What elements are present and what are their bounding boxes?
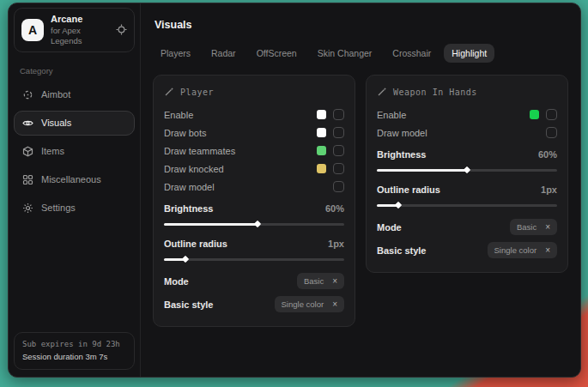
checkbox[interactable] <box>546 109 557 120</box>
tag-text: Basic <box>517 222 536 232</box>
cube-icon <box>22 146 33 157</box>
panel-title: Weapon In Hands <box>393 88 477 97</box>
row-label: Brightness <box>164 203 213 214</box>
close-icon[interactable]: × <box>545 246 550 255</box>
slider-thumb[interactable] <box>395 202 402 209</box>
row-label: Basic style <box>377 245 426 256</box>
sidebar-item-label: Miscellaneous <box>41 174 101 184</box>
checkbox[interactable] <box>546 127 557 138</box>
checkbox[interactable] <box>333 181 344 192</box>
slider-value: 60% <box>325 203 344 214</box>
color-swatch[interactable] <box>317 128 326 137</box>
category-label: Category <box>20 66 129 76</box>
tag-row-mode: Mode Basic × <box>377 215 557 239</box>
app-window: A Arcane for Apex Legends Category <box>8 3 581 378</box>
slider-thumb[interactable] <box>464 166 470 173</box>
color-swatch[interactable] <box>317 110 326 119</box>
color-swatch[interactable] <box>317 164 326 173</box>
tab-players[interactable]: Players <box>153 44 198 63</box>
row-label: Draw model <box>377 128 427 138</box>
subscription-info-card: Sub expires in 9d 23h Session duration 3… <box>14 332 135 370</box>
toggle-row-enable: Enable <box>377 106 557 124</box>
basic-style-tag[interactable]: Single color × <box>275 296 344 312</box>
eye-icon <box>22 118 33 129</box>
tag-row-basic-style: Basic style Single color × <box>164 293 344 316</box>
row-label: Enable <box>377 110 406 120</box>
toggle-row-draw-teammates: Draw teammates <box>164 142 344 160</box>
slider-value: 1px <box>541 184 557 195</box>
panel-header: Player <box>164 87 344 97</box>
checkbox[interactable] <box>333 127 344 138</box>
sidebar-spacer <box>14 222 135 333</box>
session-duration-text: Session duration 3m 7s <box>22 351 126 363</box>
target-icon[interactable] <box>116 24 127 35</box>
close-icon[interactable]: × <box>545 223 550 232</box>
wand-icon <box>377 87 387 97</box>
outline-radius-slider[interactable] <box>164 254 344 264</box>
crosshair-icon <box>22 89 33 100</box>
sidebar-item-items[interactable]: Items <box>14 139 135 164</box>
slider-fill <box>164 223 258 226</box>
slider-value: 60% <box>538 149 557 160</box>
sidebar-item-settings[interactable]: Settings <box>14 196 135 221</box>
slider-row-brightness: Brightness 60% <box>164 199 344 217</box>
tag-row-mode: Mode Basic × <box>164 269 344 293</box>
slider-row-outline-radius: Outline radius 1px <box>164 234 344 252</box>
main-content: Visuals Players Radar OffScreen Skin Cha… <box>141 3 580 377</box>
sidebar-item-miscellaneous[interactable]: Miscellaneous <box>14 167 135 192</box>
tag-text: Single color <box>282 299 324 309</box>
slider-fill <box>377 169 467 172</box>
row-label: Enable <box>164 110 193 120</box>
toggle-row-draw-knocked: Draw knocked <box>164 160 344 178</box>
mode-tag[interactable]: Basic × <box>510 219 557 235</box>
basic-style-tag[interactable]: Single color × <box>488 242 557 258</box>
slider-thumb[interactable] <box>254 221 261 227</box>
brightness-slider[interactable] <box>164 219 344 229</box>
checkbox[interactable] <box>333 109 344 120</box>
row-label: Draw knocked <box>164 164 224 174</box>
slider-track <box>164 258 344 261</box>
tab-offscreen[interactable]: OffScreen <box>249 44 305 63</box>
row-label: Basic style <box>164 299 213 310</box>
app-logo: A <box>21 19 44 41</box>
sidebar-item-label: Settings <box>41 203 76 213</box>
row-label: Brightness <box>377 149 426 160</box>
outline-radius-slider[interactable] <box>377 200 557 210</box>
panel-title: Player <box>180 88 214 97</box>
color-swatch[interactable] <box>317 146 326 155</box>
row-label: Mode <box>164 276 189 287</box>
tag-text: Basic <box>304 276 324 286</box>
close-icon[interactable]: × <box>332 300 337 309</box>
color-swatch[interactable] <box>530 110 539 119</box>
brightness-slider[interactable] <box>377 165 557 175</box>
page-title: Visuals <box>155 19 568 31</box>
checkbox[interactable] <box>333 163 344 174</box>
slider-row-brightness: Brightness 60% <box>377 145 557 163</box>
toggle-row-draw-model: Draw model <box>164 178 344 196</box>
sidebar-item-visuals[interactable]: Visuals <box>14 111 135 136</box>
tab-radar[interactable]: Radar <box>203 44 244 63</box>
toggle-row-draw-bots: Draw bots <box>164 124 344 142</box>
mode-tag[interactable]: Basic × <box>297 273 344 289</box>
toggle-row-enable: Enable <box>164 106 344 124</box>
weapon-in-hands-panel: Weapon In Hands Enable Draw model <box>366 75 568 273</box>
sidebar-item-aimbot[interactable]: Aimbot <box>14 82 135 107</box>
slider-track <box>377 204 557 207</box>
row-label: Outline radius <box>164 239 227 249</box>
tag-row-basic-style: Basic style Single color × <box>377 239 557 262</box>
toggle-row-draw-model: Draw model <box>377 124 557 142</box>
row-label: Draw teammates <box>164 146 235 156</box>
tab-crosshair[interactable]: Crosshair <box>385 44 439 63</box>
slider-row-outline-radius: Outline radius 1px <box>377 180 557 198</box>
sidebar-item-label: Visuals <box>41 118 71 128</box>
tab-skin-changer[interactable]: Skin Changer <box>310 44 380 63</box>
close-icon[interactable]: × <box>332 277 337 286</box>
sidebar-item-label: Aimbot <box>41 89 70 100</box>
panel-header: Weapon In Hands <box>377 87 557 97</box>
checkbox[interactable] <box>333 145 344 156</box>
tab-highlight[interactable]: Highlight <box>444 44 494 63</box>
gear-icon <box>22 203 33 214</box>
sidebar: A Arcane for Apex Legends Category <box>9 3 141 377</box>
tag-text: Single color <box>494 245 537 255</box>
slider-thumb[interactable] <box>182 256 189 263</box>
